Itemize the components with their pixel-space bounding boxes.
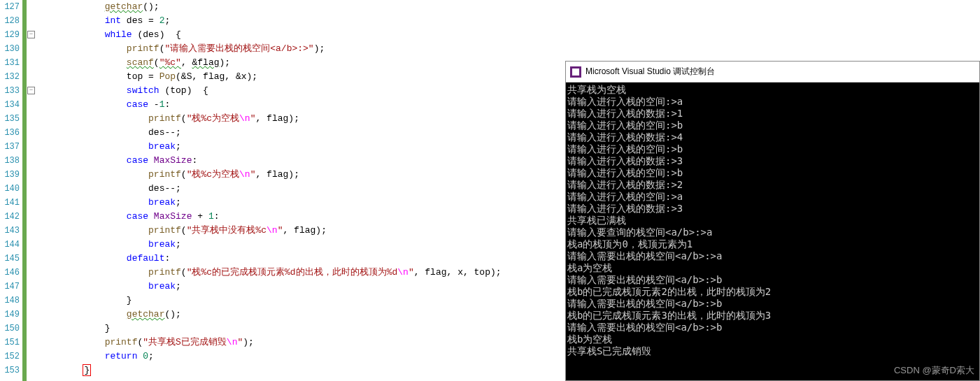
code-line[interactable]: case -1: bbox=[39, 98, 563, 112]
code-token bbox=[148, 211, 154, 222]
code-line[interactable]: des--; bbox=[39, 182, 563, 196]
code-token: : bbox=[214, 211, 220, 222]
line-number: 149 bbox=[0, 308, 20, 322]
code-token: getchar bbox=[105, 1, 143, 12]
line-number: 136 bbox=[0, 126, 20, 140]
code-token: printf bbox=[148, 169, 181, 180]
line-number: 135 bbox=[0, 112, 20, 126]
code-line[interactable]: getchar(); bbox=[39, 308, 563, 322]
code-token: ; bbox=[148, 351, 154, 361]
code-token: , bbox=[255, 113, 267, 124]
code-line[interactable]: printf("共享栈S已完成销毁\n"); bbox=[39, 336, 563, 350]
line-number: 129 bbox=[0, 28, 20, 42]
console-line: 请输入要查询的栈空间<a/b>:>a bbox=[567, 227, 978, 238]
code-line[interactable]: case MaxSize: bbox=[39, 154, 563, 168]
code-token: flag bbox=[267, 169, 288, 180]
console-line: 请输入进行入栈的数据:>1 bbox=[567, 108, 978, 120]
code-token: top bbox=[474, 267, 490, 278]
code-line[interactable]: printf("共享栈中没有栈%c\n", flag); bbox=[39, 224, 563, 238]
code-token: x bbox=[457, 267, 463, 278]
code-line[interactable]: break; bbox=[39, 140, 563, 154]
code-token: ; bbox=[248, 337, 254, 347]
code-token: ) bbox=[315, 225, 321, 236]
code-token: \n bbox=[239, 113, 250, 124]
code-token: --; bbox=[164, 127, 180, 138]
line-number: 153 bbox=[0, 364, 20, 378]
code-token: case bbox=[127, 99, 148, 110]
code-line[interactable]: default: bbox=[39, 252, 563, 266]
console-output[interactable]: 共享栈为空栈请输入进行入栈的空间:>a请输入进行入栈的数据:>1请输入进行入栈的… bbox=[566, 82, 979, 380]
code-token: ; bbox=[164, 15, 170, 26]
line-number: 140 bbox=[0, 182, 20, 196]
code-line[interactable]: switch (top) { bbox=[39, 84, 563, 98]
code-line[interactable]: while (des) { bbox=[39, 28, 563, 42]
code-line[interactable]: printf("请输入需要出栈的栈空间<a/b>:>"); bbox=[39, 42, 563, 56]
code-line[interactable]: break; bbox=[39, 196, 563, 210]
fold-toggle-icon[interactable]: − bbox=[27, 31, 35, 38]
fold-column[interactable]: −− bbox=[27, 0, 36, 381]
code-token: ; bbox=[176, 309, 181, 319]
code-token: ; bbox=[496, 267, 502, 278]
code-token: () bbox=[164, 309, 176, 319]
code-line[interactable]: } bbox=[39, 294, 563, 308]
console-line: 请输入进行入栈的空间:>b bbox=[567, 120, 978, 131]
console-titlebar[interactable]: Microsoft Visual Studio 调试控制台 bbox=[566, 62, 979, 82]
code-line[interactable]: scanf("%c", &flag); bbox=[39, 56, 563, 70]
code-token: , bbox=[255, 169, 267, 180]
code-token: : bbox=[192, 155, 197, 166]
code-token: break bbox=[148, 239, 176, 250]
line-number: 133 bbox=[0, 84, 20, 98]
console-line: 请输入进行入栈的数据:>3 bbox=[567, 155, 978, 167]
code-token: &flag bbox=[192, 57, 219, 68]
code-line[interactable]: break; bbox=[39, 238, 563, 252]
code-token: ( bbox=[181, 113, 187, 124]
code-token: ) { bbox=[159, 29, 181, 40]
console-line: 请输入进行入栈的数据:>3 bbox=[567, 203, 978, 215]
code-token: ; bbox=[294, 169, 299, 180]
code-line[interactable]: printf("栈%c为空栈\n", flag); bbox=[39, 168, 563, 182]
line-number: 144 bbox=[0, 238, 20, 252]
code-token: \n bbox=[267, 225, 278, 236]
code-area[interactable]: getchar(); int des = 2; while (des) { pr… bbox=[36, 0, 563, 381]
code-token: - bbox=[148, 99, 159, 110]
code-token: = bbox=[143, 15, 159, 26]
code-line[interactable]: } bbox=[39, 364, 563, 378]
code-line[interactable]: break; bbox=[39, 280, 563, 294]
code-token: ; bbox=[252, 71, 257, 82]
console-line: 请输入需要出栈的栈空间<a/b>:>b bbox=[567, 298, 978, 310]
console-line: 请输入进行入栈的空间:>b bbox=[567, 167, 978, 179]
code-token: return bbox=[105, 351, 138, 361]
code-line[interactable]: printf("栈%c为空栈\n", flag); bbox=[39, 112, 563, 126]
code-line[interactable]: } bbox=[39, 322, 563, 336]
code-token: = bbox=[143, 71, 159, 82]
code-line[interactable]: printf("栈%c的已完成栈顶元素%d的出栈，此时的栈顶为%d\n", fl… bbox=[39, 266, 563, 280]
line-number: 139 bbox=[0, 168, 20, 182]
code-token: \n bbox=[239, 169, 250, 180]
code-token: MaxSize bbox=[154, 155, 192, 166]
code-token: des bbox=[143, 29, 159, 40]
code-token: ) bbox=[490, 267, 496, 278]
code-token: printf bbox=[148, 113, 181, 124]
code-line[interactable]: getchar(); bbox=[39, 0, 563, 14]
code-token: ; bbox=[176, 197, 181, 208]
code-token: des bbox=[148, 127, 164, 138]
code-token: x bbox=[241, 71, 247, 82]
code-line[interactable]: case MaxSize + 1: bbox=[39, 210, 563, 224]
code-token: flag bbox=[294, 225, 315, 236]
code-token: ; bbox=[154, 1, 159, 12]
code-editor[interactable]: 1271281291301311321331341351361371381391… bbox=[0, 0, 563, 381]
fold-toggle-icon[interactable]: − bbox=[27, 87, 35, 94]
line-number: 128 bbox=[0, 14, 20, 28]
code-line[interactable]: return 0; bbox=[39, 350, 563, 364]
code-token: , bbox=[447, 267, 458, 278]
code-token: switch bbox=[127, 85, 159, 96]
code-token: flag bbox=[425, 267, 446, 278]
code-token: 0 bbox=[143, 351, 148, 361]
line-number-gutter: 1271281291301311321331341351361371381391… bbox=[0, 0, 22, 381]
code-token: } bbox=[83, 364, 91, 376]
code-token: , & bbox=[225, 71, 241, 82]
code-line[interactable]: top = Pop(&S, flag, &x); bbox=[39, 70, 563, 84]
code-line[interactable]: des--; bbox=[39, 126, 563, 140]
code-line[interactable]: int des = 2; bbox=[39, 14, 563, 28]
console-line: 栈b的已完成栈顶元素3的出栈，此时的栈顶为3 bbox=[567, 310, 978, 322]
